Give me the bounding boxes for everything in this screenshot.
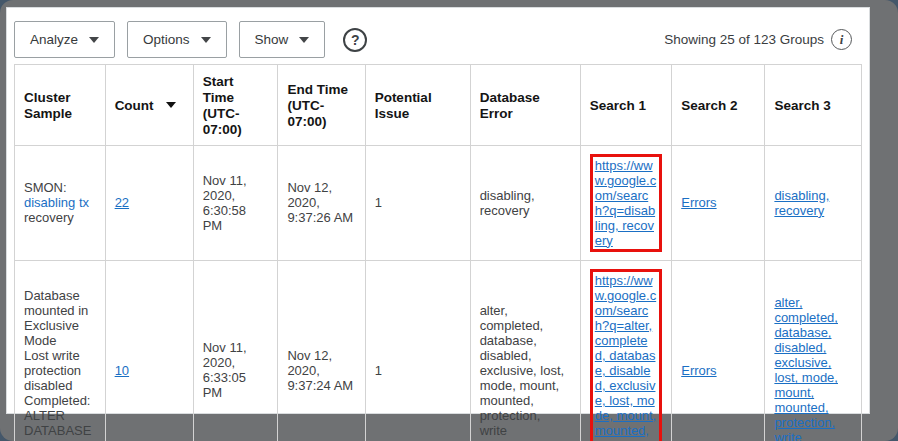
analyze-button[interactable]: Analyze — [14, 21, 115, 58]
search-1-link[interactable]: https://www.google.com/search?q=disablin… — [595, 158, 656, 248]
highlighted-keyword: disabling tx — [24, 195, 89, 210]
cluster-text: Database mounted in Exclusive Mode Lost … — [24, 288, 91, 441]
search-1-link[interactable]: https://www.google.com/search?q=alter, c… — [595, 273, 656, 441]
column-label-search-3: Search 3 — [774, 98, 830, 113]
caret-down-icon — [89, 37, 99, 43]
count-link[interactable]: 10 — [115, 363, 129, 378]
column-label-database-error: Database Error — [480, 90, 540, 121]
column-header-search-2: Search 2 — [672, 65, 765, 146]
info-icon[interactable]: i — [831, 29, 852, 50]
cell-start-time: Nov 11, 2020, 6:30:58 PM — [193, 145, 278, 260]
column-label-potential-issue: Potential Issue — [375, 90, 432, 121]
toolbar-buttons: AnalyzeOptionsShow — [14, 21, 337, 58]
search-2-link[interactable]: Errors — [681, 363, 716, 378]
cell-search-2: Errors — [672, 145, 765, 260]
cell-cluster-sample: SMON: disabling tx recovery — [15, 145, 106, 260]
help-icon[interactable]: ? — [343, 28, 367, 52]
cell-database-error: alter, completed, database, disabled, ex… — [470, 260, 580, 441]
table-row: SMON: disabling tx recovery22Nov 11, 202… — [15, 145, 862, 260]
cell-potential-issue: 1 — [365, 260, 470, 441]
cell-potential-issue: 1 — [365, 145, 470, 260]
cell-start-time: Nov 11, 2020, 6:33:05 PM — [193, 260, 278, 441]
cell-search-1: https://www.google.com/search?q=alter, c… — [580, 260, 671, 441]
analyze-button-label: Analyze — [30, 32, 78, 47]
info-glyph: i — [840, 32, 844, 48]
cluster-text: SMON: — [24, 180, 67, 195]
cell-count: 10 — [105, 260, 193, 441]
column-header-count[interactable]: Count — [105, 65, 193, 146]
options-button-label: Options — [143, 32, 190, 47]
search-2-link[interactable]: Errors — [681, 195, 716, 210]
cell-database-error: disabling, recovery — [470, 145, 580, 260]
caret-down-icon — [299, 37, 309, 43]
count-link[interactable]: 22 — [115, 195, 129, 210]
column-header-cluster-sample: Cluster Sample — [15, 65, 106, 146]
help-glyph: ? — [351, 32, 360, 48]
sort-descending-icon[interactable] — [166, 102, 176, 108]
cell-search-1: https://www.google.com/search?q=disablin… — [580, 145, 671, 260]
search-3-link[interactable]: disabling, recovery — [774, 188, 829, 218]
groups-count-text: Showing 25 of 123 Groups — [664, 32, 824, 47]
table-body: SMON: disabling tx recovery22Nov 11, 202… — [15, 145, 862, 441]
column-header-potential-issue: Potential Issue — [365, 65, 470, 146]
options-button[interactable]: Options — [127, 21, 227, 58]
cluster-text: recovery — [24, 210, 74, 225]
cell-search-2: Errors — [672, 260, 765, 441]
cell-end-time: Nov 12, 2020, 9:37:24 AM — [278, 260, 365, 441]
column-header-start-time: Start Time (UTC-07:00) — [193, 65, 278, 146]
cell-count: 22 — [105, 145, 193, 260]
column-header-end-time: End Time (UTC-07:00) — [278, 65, 365, 146]
table-header-row: Cluster SampleCountStart Time (UTC-07:00… — [15, 65, 862, 146]
column-label-start-time: Start Time (UTC-07:00) — [203, 74, 242, 137]
toolbar-summary: Showing 25 of 123 Groups i — [664, 29, 860, 50]
column-header-search-3: Search 3 — [765, 65, 862, 146]
column-label-count: Count — [115, 98, 154, 113]
column-header-search-1: Search 1 — [580, 65, 671, 146]
show-button-label: Show — [255, 32, 289, 47]
table-row: Database mounted in Exclusive Mode Lost … — [15, 260, 862, 441]
groups-table: Cluster SampleCountStart Time (UTC-07:00… — [14, 64, 862, 441]
cell-cluster-sample: Database mounted in Exclusive Mode Lost … — [15, 260, 106, 441]
column-label-search-2: Search 2 — [681, 98, 737, 113]
toolbar: AnalyzeOptionsShow ? Showing 25 of 123 G… — [14, 13, 862, 64]
column-label-search-1: Search 1 — [590, 98, 646, 113]
column-header-database-error: Database Error — [470, 65, 580, 146]
cell-end-time: Nov 12, 2020, 9:37:26 AM — [278, 145, 365, 260]
content-panel: AnalyzeOptionsShow ? Showing 25 of 123 G… — [6, 7, 870, 414]
column-label-cluster-sample: Cluster Sample — [24, 90, 72, 121]
cell-search-3: alter, completed, database, disabled, ex… — [765, 260, 862, 441]
caret-down-icon — [201, 37, 211, 43]
search-3-link[interactable]: alter, completed, database, disabled, ex… — [774, 295, 838, 441]
red-highlight-box: https://www.google.com/search?q=alter, c… — [590, 269, 662, 441]
red-highlight-box: https://www.google.com/search?q=disablin… — [590, 154, 662, 252]
window: AnalyzeOptionsShow ? Showing 25 of 123 G… — [0, 0, 898, 441]
show-button[interactable]: Show — [239, 21, 326, 58]
cell-search-3: disabling, recovery — [765, 145, 862, 260]
column-label-end-time: End Time (UTC-07:00) — [287, 82, 348, 129]
